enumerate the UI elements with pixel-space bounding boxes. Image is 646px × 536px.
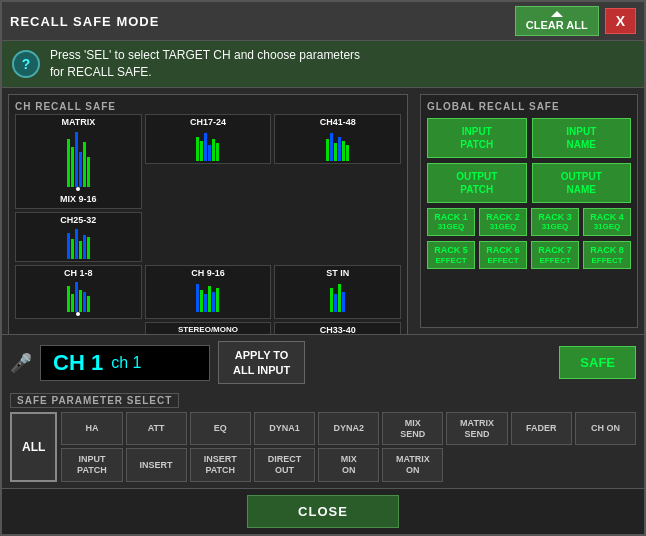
close-button[interactable]: CLOSE [247,495,399,528]
main-container: RECALL SAFE MODE CLEAR ALL X ? Press 'SE… [0,0,646,536]
ch-cell-ch25-32[interactable]: CH25-32 [15,212,142,262]
ch-recall-box: CH RECALL SAFE CH17-24 [8,94,408,335]
racks-row2: RACK 5EFFECT RACK 6EFFECT RACK 7EFFECT R… [427,241,631,269]
param-mix-send[interactable]: MIXSEND [382,412,443,446]
close-bar: CLOSE [2,488,644,534]
info-text: Press 'SEL' to select TARGET CH and choo… [50,47,360,81]
rack5-button[interactable]: RACK 5EFFECT [427,241,475,269]
safe-param-label: SAFE PARAMETER SELECT [10,393,179,408]
ch-cell-stereo-mono[interactable]: STEREO/MONO MIX 1-8 [145,322,272,335]
ch-cell-ch41-48[interactable]: CH41-48 [274,114,401,164]
param-matrix-send[interactable]: MATRIXSEND [446,412,507,446]
rack1-button[interactable]: RACK 131GEQ [427,208,475,236]
content-area: CH RECALL SAFE CH17-24 [2,88,644,335]
param-input-patch[interactable]: INPUTPATCH [61,448,122,482]
param-ha[interactable]: HA [61,412,122,446]
ch-cell-ch17-24[interactable]: CH17-24 [145,114,272,164]
close-x-button[interactable]: X [605,8,636,34]
rack4-button[interactable]: RACK 431GEQ [583,208,631,236]
output-patch-button[interactable]: OUTPUTPATCH [427,163,527,203]
header-buttons: CLEAR ALL X [515,6,636,36]
ch-recall-title: CH RECALL SAFE [15,101,401,112]
global-recall-title: GLOBAL RECALL SAFE [427,101,631,112]
input-patch-button[interactable]: INPUTPATCH [427,118,527,158]
input-name-button[interactable]: INPUTNAME [532,118,632,158]
info-icon: ? [12,50,40,78]
channel-display: CH 1 ch 1 [40,345,210,381]
rack6-button[interactable]: RACK 6EFFECT [479,241,527,269]
ch-cell-ch1-8[interactable]: CH 1-8 [15,265,142,319]
left-panel: CH RECALL SAFE CH17-24 [2,88,414,335]
safe-button[interactable]: SAFE [559,346,636,379]
param-eq[interactable]: EQ [190,412,251,446]
rack2-button[interactable]: RACK 231GEQ [479,208,527,236]
ch-cell-stin[interactable]: ST IN [274,265,401,319]
mic-icon: 🎤 [10,352,32,374]
output-name-button[interactable]: OUTPUTNAME [532,163,632,203]
racks-row1: RACK 131GEQ RACK 231GEQ RACK 331GEQ RACK… [427,208,631,236]
global-row1: INPUTPATCH INPUTNAME [427,118,631,158]
apply-to-all-input-button[interactable]: APPLY TOALL INPUT [218,341,305,384]
channel-name: ch 1 [111,354,141,372]
param-att[interactable]: ATT [126,412,187,446]
arrow-up-icon [551,11,563,17]
header-title: RECALL SAFE MODE [10,14,159,29]
bottom-section: 🎤 CH 1 ch 1 APPLY TOALL INPUT SAFE SAFE … [2,334,644,488]
param-mix-on[interactable]: MIXON [318,448,379,482]
global-row2: OUTPUTPATCH OUTPUTNAME [427,163,631,203]
ch-cell-ch33-40[interactable]: CH33-40 [274,322,401,335]
param-dyna2[interactable]: DYNA2 [318,412,379,446]
all-button[interactable]: ALL [10,412,57,482]
global-recall-safe-box: GLOBAL RECALL SAFE INPUTPATCH INPUTNAME … [420,94,638,329]
param-insert-patch[interactable]: INSERTPATCH [190,448,251,482]
param-fader[interactable]: FADER [511,412,572,446]
param-direct-out[interactable]: DIRECTOUT [254,448,315,482]
header: RECALL SAFE MODE CLEAR ALL X [2,2,644,41]
channel-number: CH 1 [53,350,103,376]
param-ch-on[interactable]: CH ON [575,412,636,446]
channel-row: 🎤 CH 1 ch 1 APPLY TOALL INPUT SAFE [10,341,636,384]
param-buttons: HA ATT EQ DYNA1 DYNA2 MIXSEND MATRIXSEND… [61,412,636,482]
param-insert[interactable]: INSERT [126,448,187,482]
rack8-button[interactable]: RACK 8EFFECT [583,241,631,269]
right-panel: GLOBAL RECALL SAFE INPUTPATCH INPUTNAME … [414,88,644,335]
rack7-button[interactable]: RACK 7EFFECT [531,241,579,269]
param-grid: ALL HA ATT EQ DYNA1 DYNA2 MIXSEND MATRIX… [10,412,636,482]
rack3-button[interactable]: RACK 331GEQ [531,208,579,236]
param-dyna1[interactable]: DYNA1 [254,412,315,446]
info-bar: ? Press 'SEL' to select TARGET CH and ch… [2,41,644,88]
param-matrix-on[interactable]: MATRIXON [382,448,443,482]
ch-cell-matrix[interactable]: MATRIX MIX 9-16 [15,114,142,209]
ch-cell-ch9-16[interactable]: CH 9-16 [145,265,272,319]
clear-all-button[interactable]: CLEAR ALL [515,6,599,36]
